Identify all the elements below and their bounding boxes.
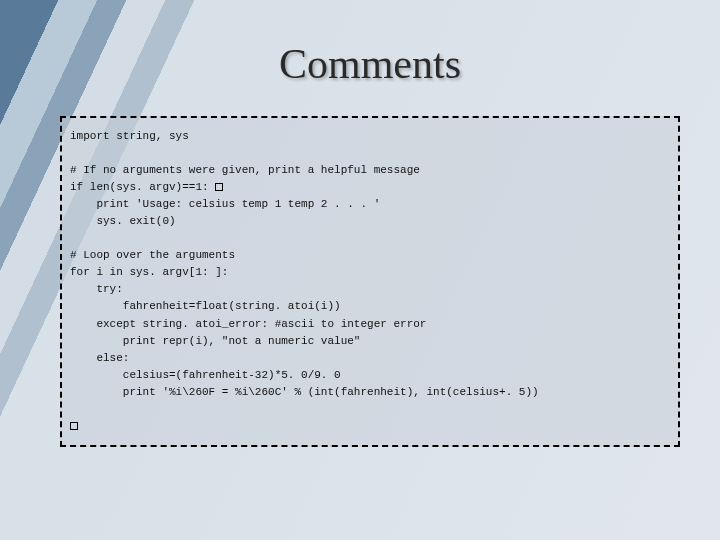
code-line: fahrenheit=float(string. atoi(i)) <box>70 300 341 312</box>
code-line: try: <box>70 283 123 295</box>
code-block: import string, sys # If no arguments wer… <box>60 116 680 447</box>
box-glyph-icon <box>215 183 223 191</box>
code-line: celsius=(fahrenheit-32)*5. 0/9. 0 <box>70 369 341 381</box>
code-line: print 'Usage: celsius temp 1 temp 2 . . … <box>70 198 380 210</box>
code-line: print repr(i), "not a numeric value" <box>70 335 360 347</box>
code-line: sys. exit(0) <box>70 215 176 227</box>
code-line: # If no arguments were given, print a he… <box>70 164 420 176</box>
code-line: else: <box>70 352 129 364</box>
code-line: import string, sys <box>70 130 189 142</box>
code-line: print '%i\260F = %i\260C' % (int(fahrenh… <box>70 386 539 398</box>
box-glyph-icon <box>70 422 78 430</box>
code-line: if len(sys. argv)==1: <box>70 181 215 193</box>
slide-title: Comments <box>279 40 461 88</box>
slide: Comments import string, sys # If no argu… <box>0 0 720 540</box>
code-line: except string. atoi_error: #ascii to int… <box>70 318 426 330</box>
code-line: for i in sys. argv[1: ]: <box>70 266 228 278</box>
code-line: # Loop over the arguments <box>70 249 235 261</box>
